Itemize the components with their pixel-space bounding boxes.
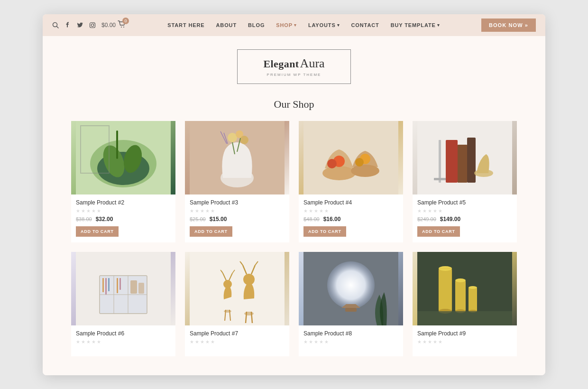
product-card-3: Sample Product #3 ★ ★ ★ ★ ★ $25.00 $15.0…	[185, 121, 289, 242]
product-stars-4: ★ ★ ★ ★ ★	[303, 208, 398, 213]
book-now-button[interactable]: BOOK NOW »	[481, 19, 536, 32]
star-5: ★	[211, 208, 215, 213]
star-1: ★	[417, 339, 422, 344]
product-info-8: Sample Product #8 ★ ★ ★ ★ ★	[299, 325, 403, 356]
star-3: ★	[86, 339, 91, 344]
product-card-9: Sample Product #9 ★ ★ ★ ★ ★	[413, 252, 517, 356]
nav-about[interactable]: ABOUT	[216, 22, 237, 28]
product-stars-2: ★ ★ ★ ★ ★	[76, 208, 171, 213]
nav-blog[interactable]: BLOG	[248, 22, 265, 28]
svg-point-53	[223, 280, 232, 288]
product-card-2: Sample Product #2 ★ ★ ★ ★ ★ $38.00 $32.0…	[71, 121, 175, 242]
nav-shop[interactable]: SHOP ▾	[276, 22, 297, 28]
star-2: ★	[309, 208, 313, 213]
product-image-6	[71, 252, 175, 325]
price-new-3: $15.00	[210, 216, 227, 222]
instagram-icon[interactable]	[89, 22, 96, 28]
star-2: ★	[423, 208, 427, 213]
twitter-icon[interactable]	[77, 22, 83, 28]
svg-point-62	[243, 274, 255, 285]
top-nav-bar: $0.00 0 START HERE ABOUT BLOG SHOP ▾ LAY…	[43, 14, 545, 36]
buy-template-chevron-icon: ▾	[437, 23, 440, 28]
star-1: ★	[190, 339, 194, 344]
product-name-2: Sample Product #2	[76, 199, 171, 206]
product-info-4: Sample Product #4 ★ ★ ★ ★ ★ $48.00 $16.0…	[299, 194, 403, 242]
svg-rect-42	[102, 278, 104, 292]
svg-point-29	[355, 158, 364, 167]
logo-subtitle: PREMIUM WP THEME	[252, 73, 336, 77]
svg-rect-31	[446, 140, 458, 183]
star-2: ★	[195, 208, 199, 213]
svg-rect-43	[105, 278, 107, 295]
star-3: ★	[428, 339, 432, 344]
star-3: ★	[314, 208, 318, 213]
svg-point-59	[244, 312, 254, 315]
price-new-4: $16.00	[323, 216, 341, 222]
product-image-4	[299, 121, 403, 194]
svg-point-3	[91, 24, 94, 27]
star-5: ★	[211, 339, 215, 344]
add-to-cart-5[interactable]: ADD TO CART	[417, 226, 460, 237]
star-1: ★	[303, 208, 308, 213]
product-stars-6: ★ ★ ★ ★ ★	[76, 339, 171, 344]
main-navigation: START HERE ABOUT BLOG SHOP ▾ LAYOUTS ▾ C…	[126, 22, 481, 28]
product-card-7: Sample Product #7 ★ ★ ★ ★ ★	[185, 252, 289, 356]
product-card-8: Sample Product #8 ★ ★ ★ ★ ★	[299, 252, 403, 356]
star-2: ★	[309, 339, 313, 344]
product-name-4: Sample Product #4	[303, 199, 398, 206]
star-2: ★	[81, 208, 85, 213]
product-card-6: Sample Product #6 ★ ★ ★ ★ ★	[71, 252, 175, 356]
search-icon[interactable]	[52, 22, 59, 28]
add-to-cart-3[interactable]: ADD TO CART	[190, 226, 232, 237]
product-stars-8: ★ ★ ★ ★ ★	[303, 339, 398, 344]
star-4: ★	[433, 339, 437, 344]
star-1: ★	[190, 208, 194, 213]
product-info-2: Sample Product #2 ★ ★ ★ ★ ★ $38.00 $32.0…	[71, 194, 175, 242]
pricing-4: $48.00 $16.00	[303, 216, 398, 222]
svg-rect-44	[108, 278, 110, 291]
svg-rect-33	[467, 138, 476, 183]
product-card-5: Sample Product #5 ★ ★ ★ ★ ★ $249.00 $149…	[413, 121, 517, 242]
svg-rect-78	[469, 287, 477, 311]
pricing-5: $249.00 $149.00	[417, 216, 512, 222]
product-name-9: Sample Product #9	[417, 330, 512, 337]
star-3: ★	[200, 208, 204, 213]
cart-price: $0.00	[101, 22, 116, 28]
facebook-icon[interactable]	[64, 22, 71, 28]
cart-button[interactable]: 0	[118, 20, 126, 30]
product-image-3	[185, 121, 289, 194]
product-stars-7: ★ ★ ★ ★ ★	[190, 339, 285, 344]
svg-point-69	[327, 261, 375, 309]
star-1: ★	[417, 208, 422, 213]
star-5: ★	[324, 339, 329, 344]
star-5: ★	[438, 339, 442, 344]
star-4: ★	[92, 208, 96, 213]
star-5: ★	[97, 208, 101, 213]
add-to-cart-2[interactable]: ADD TO CART	[76, 226, 119, 237]
product-info-9: Sample Product #9 ★ ★ ★ ★ ★	[413, 325, 517, 356]
product-info-7: Sample Product #7 ★ ★ ★ ★ ★	[185, 325, 289, 356]
cart-badge: 0	[122, 18, 129, 24]
price-old-2: $38.00	[76, 216, 92, 222]
layouts-chevron-icon: ▾	[337, 23, 340, 28]
star-1: ★	[76, 208, 80, 213]
svg-point-27	[327, 159, 337, 168]
svg-rect-36	[434, 178, 446, 180]
product-info-6: Sample Product #6 ★ ★ ★ ★ ★	[71, 325, 175, 356]
nav-layouts[interactable]: LAYOUTS ▾	[308, 22, 340, 28]
product-name-7: Sample Product #7	[190, 330, 285, 337]
svg-rect-82	[417, 311, 512, 325]
product-stars-5: ★ ★ ★ ★ ★	[417, 208, 512, 213]
nav-contact[interactable]: CONTACT	[351, 22, 379, 28]
star-4: ★	[92, 339, 96, 344]
svg-rect-47	[130, 280, 137, 294]
product-name-6: Sample Product #6	[76, 330, 171, 337]
nav-buy-template[interactable]: BUY TEMPLATE ▾	[391, 22, 440, 28]
logo-script-text: Aura	[300, 56, 325, 71]
star-1: ★	[76, 339, 80, 344]
star-5: ★	[324, 208, 329, 213]
nav-start-here[interactable]: START HERE	[167, 22, 204, 28]
star-4: ★	[205, 208, 210, 213]
add-to-cart-4[interactable]: ADD TO CART	[303, 226, 346, 237]
svg-rect-75	[455, 280, 466, 311]
